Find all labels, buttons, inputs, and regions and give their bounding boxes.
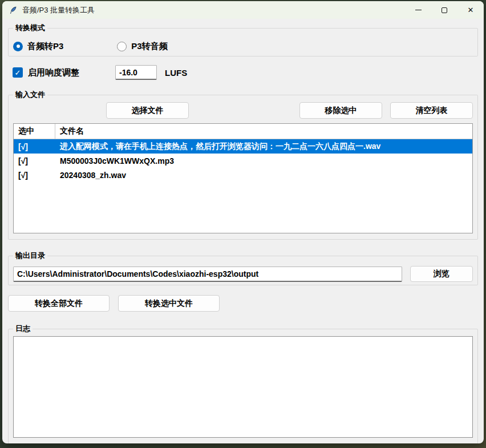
row-filename-cell: M500003J0cWK1WWxQX.mp3 <box>55 156 472 166</box>
conversion-mode-group: 转换模式 音频转P3 P3转音频 <box>8 28 478 56</box>
loudness-row: ✓ 启用响度调整 LUFS <box>13 65 473 80</box>
convert-all-button[interactable]: 转换全部文件 <box>8 295 110 312</box>
file-table-header: 选中 文件名 <box>14 124 472 139</box>
input-files-group: 输入文件 选择文件 移除选中 清空列表 选中 文件名 [√] 进入配网模式，请在… <box>8 95 478 240</box>
minimize-icon <box>415 10 422 10</box>
column-header-filename[interactable]: 文件名 <box>55 124 472 139</box>
window-title: 音频/P3 批量转换工具 <box>22 5 95 15</box>
output-path-input[interactable] <box>13 267 402 282</box>
close-button[interactable]: ✕ <box>457 1 484 19</box>
row-check-cell: [√] <box>14 142 55 151</box>
radio-p3-to-audio-label: P3转音频 <box>131 41 167 52</box>
radio-audio-to-p3[interactable]: 音频转P3 <box>13 37 63 56</box>
table-row[interactable]: [√] M500003J0cWK1WWxQX.mp3 <box>14 154 472 168</box>
output-dir-group: 输出目录 浏览 <box>8 256 478 285</box>
radio-selected-icon <box>13 42 23 51</box>
input-files-group-label: 输入文件 <box>13 90 47 100</box>
log-textarea[interactable] <box>13 336 473 438</box>
window-controls: ✕ <box>405 1 484 19</box>
select-files-button[interactable]: 选择文件 <box>106 102 189 119</box>
log-group: 日志 <box>8 329 478 443</box>
main-content: 转换模式 音频转P3 P3转音频 ✓ 启用响度调整 LUFS 输入文件 选择文件 <box>2 28 484 443</box>
remove-selected-button[interactable]: 移除选中 <box>299 102 382 119</box>
file-buttons-row: 选择文件 移除选中 清空列表 <box>13 102 473 119</box>
row-filename-cell: 进入配网模式，请在手机上连接热点，然后打开浏览器访问：一九二点一六八点四点一.w… <box>55 142 472 152</box>
python-feather-icon <box>9 6 17 14</box>
browse-button[interactable]: 浏览 <box>410 266 473 282</box>
clear-list-button[interactable]: 清空列表 <box>390 102 473 119</box>
app-window: 音频/P3 批量转换工具 ✕ 转换模式 音频转P3 P3转音频 ✓ 启用响度调整 <box>2 1 484 443</box>
radio-unselected-icon <box>117 42 127 51</box>
row-filename-cell: 20240308_zh.wav <box>55 171 472 180</box>
file-buttons-right: 移除选中 清空列表 <box>299 102 473 119</box>
output-dir-group-label: 输出目录 <box>13 251 47 261</box>
log-group-label: 日志 <box>13 324 33 334</box>
maximize-icon <box>442 7 447 13</box>
column-header-checked[interactable]: 选中 <box>14 124 55 139</box>
action-buttons-row: 转换全部文件 转换选中文件 <box>8 295 478 312</box>
row-check-cell: [√] <box>14 156 55 166</box>
lufs-value-input[interactable] <box>115 65 157 80</box>
loudness-checkbox[interactable]: ✓ <box>13 67 23 78</box>
radio-audio-to-p3-label: 音频转P3 <box>27 41 63 52</box>
convert-selected-button[interactable]: 转换选中文件 <box>118 295 220 312</box>
maximize-button[interactable] <box>431 1 457 19</box>
check-icon: ✓ <box>15 68 21 77</box>
lufs-unit-label: LUFS <box>165 68 187 78</box>
radio-p3-to-audio[interactable]: P3转音频 <box>117 37 167 56</box>
table-row[interactable]: [√] 20240308_zh.wav <box>14 168 472 182</box>
row-check-cell: [√] <box>14 171 55 180</box>
title-bar: 音频/P3 批量转换工具 ✕ <box>2 1 484 19</box>
minimize-button[interactable] <box>405 1 431 19</box>
loudness-checkbox-label: 启用响度调整 <box>28 67 79 78</box>
close-icon: ✕ <box>468 6 474 14</box>
conversion-mode-group-label: 转换模式 <box>13 23 47 33</box>
file-table: 选中 文件名 [√] 进入配网模式，请在手机上连接热点，然后打开浏览器访问：一九… <box>13 123 473 233</box>
table-row[interactable]: [√] 进入配网模式，请在手机上连接热点，然后打开浏览器访问：一九二点一六八点四… <box>14 139 472 154</box>
